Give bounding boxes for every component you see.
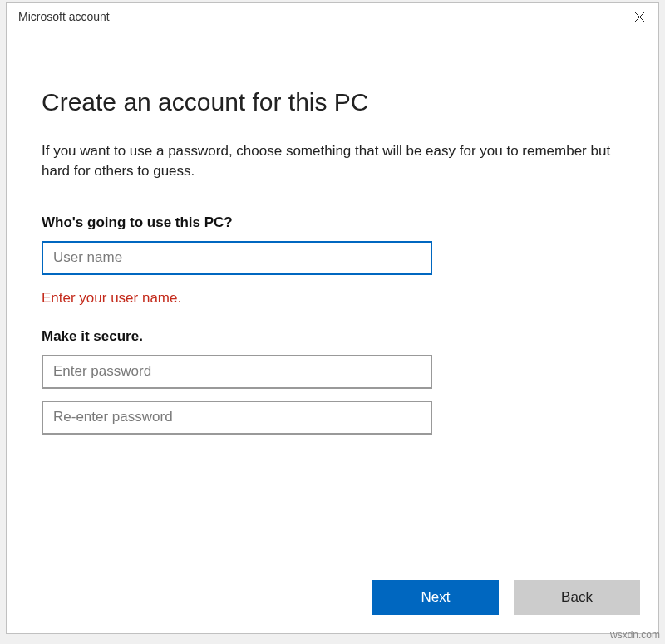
- close-icon: [634, 12, 645, 22]
- password-input[interactable]: [42, 355, 432, 389]
- password-section-label: Make it secure.: [42, 328, 623, 345]
- watermark: wsxdn.com: [610, 629, 660, 641]
- username-error: Enter your user name.: [42, 290, 623, 307]
- back-button[interactable]: Back: [514, 580, 640, 615]
- content-area: Create an account for this PC If you wan…: [7, 30, 658, 567]
- username-section-label: Who's going to use this PC?: [42, 214, 623, 231]
- username-input[interactable]: [42, 241, 432, 275]
- window-title: Microsoft account: [18, 10, 110, 23]
- titlebar: Microsoft account: [7, 3, 658, 30]
- page-heading: Create an account for this PC: [42, 88, 623, 116]
- next-button[interactable]: Next: [372, 580, 499, 615]
- close-button[interactable]: [620, 3, 658, 30]
- dialog-window: Microsoft account Create an account for …: [6, 2, 659, 634]
- footer: Next Back: [7, 567, 658, 633]
- page-description: If you want to use a password, choose so…: [42, 141, 623, 181]
- confirm-password-input[interactable]: [42, 401, 432, 435]
